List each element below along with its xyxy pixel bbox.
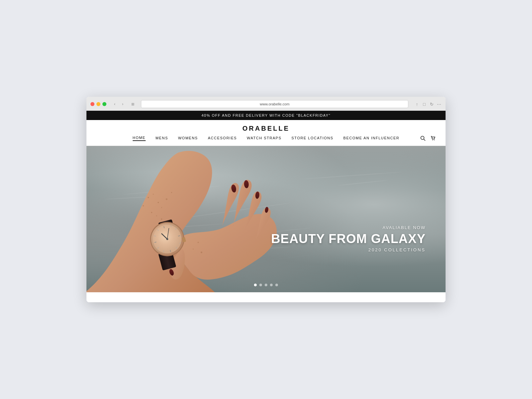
freckle-9 [161, 218, 162, 220]
hero-slider: AVALIABLE NOW BEAUTY FROM GALAXY 2020 CO… [86, 146, 446, 292]
svg-point-3 [434, 140, 435, 140]
slider-dot-2[interactable] [259, 284, 262, 286]
promo-banner: 40% OFF AND FREE DELIVERY WITH CODE "BLA… [86, 111, 446, 120]
freckle-7 [151, 212, 152, 213]
nav-item-become-influencer[interactable]: BECOME AN INFLUENCER [343, 136, 400, 141]
svg-line-1 [424, 139, 426, 141]
slider-dots [254, 284, 278, 286]
traffic-light-red[interactable] [90, 102, 94, 106]
site-nav: HOME MENS WOMENS ACCESORIES WATCH STRAPS… [96, 136, 436, 141]
freckle-13 [201, 252, 202, 253]
share-button[interactable]: ↑ [414, 101, 420, 107]
browser-actions: ↑ □ ↻ ⋯ [414, 101, 442, 107]
arm-svg [86, 146, 320, 292]
bookmark-button[interactable]: □ [422, 101, 427, 107]
svg-point-0 [421, 136, 424, 140]
search-button[interactable] [420, 136, 426, 141]
site-header: ORABELLE HOME MENS WOMENS ACCESORIES WAT… [86, 120, 446, 146]
traffic-light-green[interactable] [102, 102, 106, 106]
nav-item-store-locations[interactable]: STORE LOCATIONS [292, 136, 333, 141]
slider-dot-3[interactable] [265, 284, 267, 286]
freckle-10 [143, 205, 144, 206]
search-icon [420, 136, 426, 141]
freckle-4 [161, 207, 162, 208]
freckle-6 [171, 192, 172, 193]
svg-point-2 [432, 140, 433, 140]
more-button[interactable]: ⋯ [436, 101, 442, 107]
nav-item-watch-straps[interactable]: WATCH STRAPS [247, 136, 281, 141]
browser-chrome: ‹ › ⊞ www.orabelle.com ↑ □ ↻ ⋯ [86, 97, 446, 111]
refresh-button[interactable]: ↻ [429, 101, 434, 107]
arm-overlay [86, 146, 320, 292]
nav-items: HOME MENS WOMENS ACCESORIES WATCH STRAPS… [133, 136, 400, 141]
nav-icons [420, 136, 436, 141]
hero-subtitle: AVALIABLE NOW [271, 225, 426, 230]
url-text: www.orabelle.com [260, 102, 289, 106]
address-bar[interactable]: www.orabelle.com [141, 100, 408, 108]
site-logo[interactable]: ORABELLE [96, 125, 436, 132]
freckle-8 [156, 215, 157, 216]
freckle-2 [153, 194, 154, 195]
freckle-12 [193, 249, 194, 250]
freckle-1 [148, 197, 149, 198]
tab-button[interactable]: ⊞ [129, 101, 136, 107]
back-button[interactable]: ‹ [111, 101, 118, 107]
traffic-light-yellow[interactable] [96, 102, 100, 106]
cart-icon [430, 136, 436, 141]
forward-button[interactable]: › [119, 101, 126, 107]
site-footer-area [86, 292, 446, 302]
nav-item-accesories[interactable]: ACCESORIES [208, 136, 237, 141]
nav-item-womens[interactable]: WOMENS [178, 136, 198, 141]
hero-title: BEAUTY FROM GALAXY [271, 232, 426, 246]
freckle-5 [166, 199, 168, 200]
hero-text: AVALIABLE NOW BEAUTY FROM GALAXY 2020 CO… [271, 225, 426, 252]
cart-button[interactable] [430, 136, 436, 141]
browser-window: ‹ › ⊞ www.orabelle.com ↑ □ ↻ ⋯ 40% OFF A… [86, 97, 446, 302]
hero-collection: 2020 COLLECTIONS [271, 247, 426, 252]
freckle-11 [198, 242, 199, 243]
slider-dot-5[interactable] [275, 284, 278, 286]
browser-nav-buttons: ‹ › [111, 101, 126, 107]
slider-dot-4[interactable] [270, 284, 273, 286]
slider-dot-1[interactable] [254, 284, 257, 286]
promo-text: 40% OFF AND FREE DELIVERY WITH CODE "BLA… [201, 113, 331, 117]
traffic-lights [90, 102, 106, 106]
freckle-3 [158, 202, 159, 203]
nav-item-mens[interactable]: MENS [156, 136, 168, 141]
nav-item-home[interactable]: HOME [133, 136, 146, 141]
